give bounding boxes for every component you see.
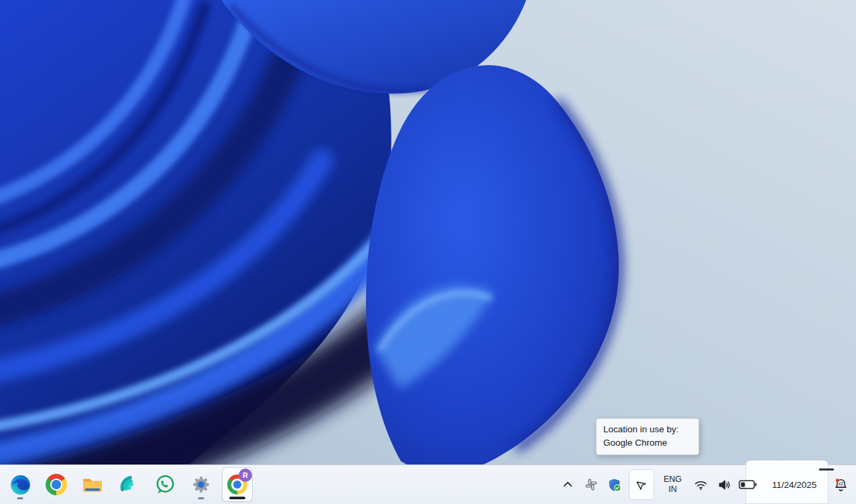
running-indicator [17, 497, 23, 499]
system-tray: ENG IN [559, 470, 856, 499]
language-indicator[interactable]: ENG IN [660, 475, 686, 495]
tooltip-line2: Google Chrome [603, 436, 692, 450]
wallpaper-bloom [0, 0, 856, 504]
desktop: Location in use by: Google Chrome [0, 0, 856, 504]
location-in-use-button[interactable] [629, 470, 654, 499]
notification-bell-dnd-icon: zZ [833, 477, 849, 493]
chrome-profile-badge: R [239, 468, 252, 482]
taskbar: R [0, 464, 856, 504]
taskbar-app-wave[interactable] [114, 468, 143, 501]
clock-hover-dash [819, 468, 834, 470]
taskbar-app-chrome[interactable] [42, 468, 71, 501]
bell-zz-text: zZ [838, 481, 843, 486]
tray-slack-button[interactable] [583, 471, 600, 498]
language-line2: IN [664, 485, 682, 495]
teal-waves-icon [117, 473, 140, 496]
whatsapp-icon [154, 473, 176, 496]
taskbar-app-edge[interactable] [5, 468, 35, 501]
location-arrow-icon [634, 478, 648, 492]
windows-security-button[interactable] [606, 471, 623, 498]
security-shield-icon [607, 477, 622, 493]
location-tooltip: Location in use by: Google Chrome [596, 418, 699, 455]
edge-icon [9, 474, 32, 496]
notification-center-button[interactable]: zZ [832, 471, 849, 498]
chrome-icon [46, 474, 67, 495]
speaker-icon [717, 478, 731, 492]
wifi-icon [694, 478, 708, 492]
date-text: 11/24/2025 [772, 480, 817, 490]
show-hidden-icons-button[interactable] [559, 471, 576, 498]
volume-button[interactable] [715, 471, 733, 498]
taskbar-app-whatsapp[interactable] [150, 468, 180, 501]
folder-icon [81, 473, 104, 496]
gear-icon [190, 474, 212, 495]
battery-low-icon [739, 479, 757, 490]
wifi-button[interactable] [692, 471, 709, 498]
active-window-indicator [229, 497, 245, 499]
running-indicator [198, 497, 204, 499]
chevron-up-icon [562, 479, 574, 491]
tooltip-line1: Location in use by: [603, 423, 692, 436]
taskbar-app-settings[interactable] [186, 468, 216, 501]
battery-button[interactable] [739, 471, 757, 498]
taskbar-app-file-explorer[interactable] [78, 468, 107, 501]
clock-date[interactable]: 11/24/2025 [763, 480, 826, 490]
taskbar-app-chrome-profile-r[interactable]: R [223, 468, 252, 501]
taskbar-app-group: R [0, 468, 252, 501]
language-line1: ENG [664, 475, 682, 485]
slack-icon [584, 477, 599, 492]
